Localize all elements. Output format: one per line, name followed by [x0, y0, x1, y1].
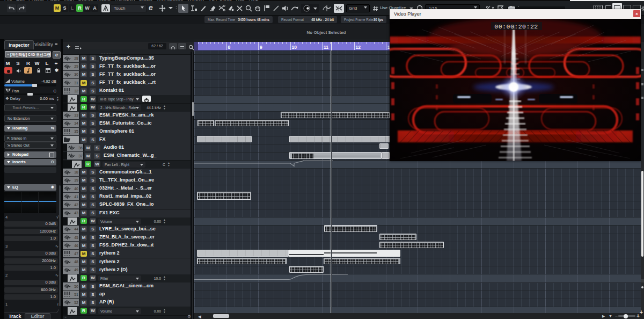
svg-text:00:00:20:22: 00:00:20:22: [494, 23, 538, 30]
